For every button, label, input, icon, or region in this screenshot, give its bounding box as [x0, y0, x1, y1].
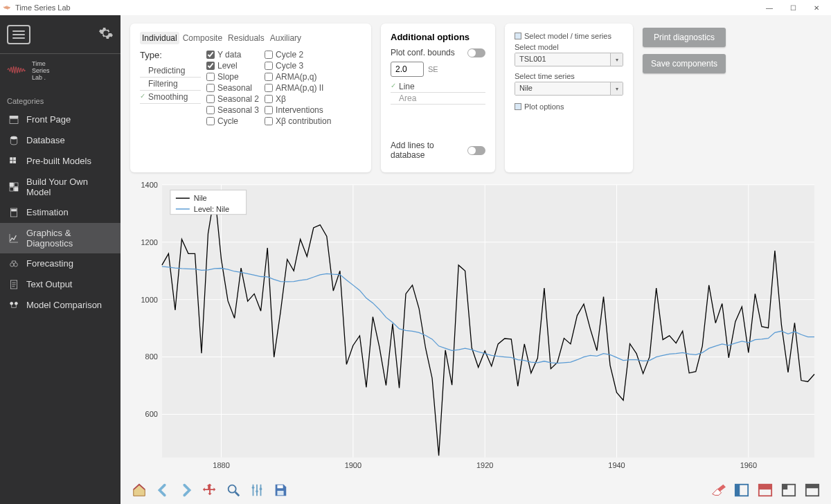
svg-rect-0 — [10, 116, 18, 118]
nav-list: Front PageDatabasePre-built ModelsBuild … — [0, 109, 120, 316]
svg-text:600: 600 — [145, 411, 158, 419]
home-icon[interactable] — [130, 481, 148, 499]
select-title-check[interactable]: Select model / time series — [515, 32, 623, 40]
check-arma-p-q-[interactable]: ARMA(p,q) — [265, 72, 331, 82]
svg-rect-12 — [12, 209, 17, 211]
sidebar: Time Series Lab . Categories Front PageD… — [0, 15, 120, 504]
blocks-icon — [8, 181, 19, 192]
chevron-down-icon: ▾ — [610, 82, 623, 95]
calc-icon — [8, 207, 19, 218]
maximize-button[interactable]: ☐ — [781, 4, 805, 12]
nav-estimation[interactable]: Estimation — [0, 202, 120, 223]
svg-rect-6 — [13, 161, 15, 163]
app-title: Time Series Lab — [15, 3, 71, 12]
type-filtering[interactable]: Filtering — [140, 78, 201, 91]
binoc-icon — [8, 258, 19, 269]
svg-rect-7 — [10, 183, 13, 186]
nav-graphics-diagnostics[interactable]: Graphics & Diagnostics — [0, 223, 120, 253]
check-cycle[interactable]: Cycle — [206, 116, 259, 126]
close-button[interactable]: ✕ — [805, 4, 828, 12]
linetype-area[interactable]: Area — [391, 93, 485, 105]
svg-rect-57 — [806, 485, 819, 489]
minimize-button[interactable]: — — [758, 4, 781, 12]
svg-point-46 — [256, 490, 258, 493]
chart-icon — [8, 233, 19, 244]
zoom-icon[interactable] — [224, 481, 242, 499]
add-lines-toggle[interactable] — [467, 146, 485, 155]
print-diagnostics-button[interactable]: Print diagnostics — [643, 28, 726, 47]
tab-residuals[interactable]: Residuals — [226, 32, 267, 44]
nav-model-comparison[interactable]: Model Comparison — [0, 295, 120, 316]
tab-individual[interactable]: Individual — [140, 32, 179, 44]
check-slope[interactable]: Slope — [206, 72, 259, 82]
add-lines-label: Add lines to database — [391, 141, 463, 160]
nav-pre-built-models[interactable]: Pre-built Models — [0, 151, 120, 172]
select-model-dropdown[interactable]: TSL001 ▾ — [515, 53, 623, 66]
svg-point-14 — [14, 262, 17, 266]
forward-arrow-icon[interactable] — [177, 481, 195, 499]
eraser-icon[interactable] — [709, 481, 727, 499]
svg-rect-4 — [13, 157, 15, 159]
subplot4-icon[interactable] — [803, 481, 821, 499]
svg-rect-53 — [759, 485, 771, 489]
configure-icon[interactable] — [248, 481, 266, 499]
subplot1-icon[interactable] — [733, 481, 751, 499]
save-icon[interactable] — [271, 481, 289, 499]
back-arrow-icon[interactable] — [154, 481, 172, 499]
conf-bounds-label: Plot conf. bounds — [391, 48, 455, 57]
settings-button[interactable] — [98, 26, 114, 44]
tab-auxiliary[interactable]: Auxiliary — [268, 32, 303, 44]
brand-wave-icon — [7, 62, 26, 81]
svg-point-17 — [15, 302, 17, 305]
layout-icon — [8, 114, 19, 125]
conf-bounds-toggle[interactable] — [467, 48, 485, 57]
check-cycle-2[interactable]: Cycle 2 — [265, 50, 331, 60]
check-seasonal-2[interactable]: Seasonal 2 — [206, 94, 259, 104]
check-seasonal-3[interactable]: Seasonal 3 — [206, 105, 259, 115]
svg-point-13 — [10, 262, 14, 266]
additional-options-panel: Additional options Plot conf. bounds SE … — [381, 24, 495, 172]
se-label: SE — [428, 65, 438, 73]
hamburger-button[interactable] — [7, 25, 30, 44]
svg-text:1880: 1880 — [213, 461, 229, 469]
check-y-data[interactable]: Y data — [206, 50, 259, 60]
check-cycle-3[interactable]: Cycle 3 — [265, 61, 331, 71]
svg-rect-55 — [783, 485, 787, 489]
type-smoothing[interactable]: Smoothing — [140, 91, 201, 104]
type-predicting[interactable]: Predicting — [140, 64, 201, 78]
titlebar: Time Series Lab — ☐ ✕ — [0, 0, 831, 15]
subplot2-icon[interactable] — [756, 481, 774, 499]
svg-text:Level: Nile: Level: Nile — [194, 205, 229, 213]
subplot3-icon[interactable] — [780, 481, 798, 499]
check-interventions[interactable]: Interventions — [265, 105, 331, 115]
database-icon — [8, 135, 19, 146]
nav-text-output[interactable]: Text Output — [0, 274, 120, 295]
svg-text:1920: 1920 — [476, 461, 493, 469]
brand-area: Time Series Lab . — [0, 54, 120, 91]
pan-icon[interactable] — [201, 481, 219, 499]
nav-build-your-own-model[interactable]: Build Your Own Model — [0, 172, 120, 202]
svg-text:1940: 1940 — [608, 461, 625, 469]
svg-point-45 — [252, 487, 255, 489]
check-level[interactable]: Level — [206, 61, 259, 71]
check-x-contribution[interactable]: Xβ contribution — [265, 116, 331, 126]
check-seasonal[interactable]: Seasonal — [206, 83, 259, 93]
select-series-label: Select time series — [515, 72, 623, 80]
save-components-button[interactable]: Save components — [643, 54, 726, 73]
additional-title: Additional options — [391, 32, 485, 42]
nav-front-page[interactable]: Front Page — [0, 109, 120, 130]
check-x-[interactable]: Xβ — [265, 94, 331, 104]
tab-composite[interactable]: Composite — [181, 32, 224, 44]
svg-rect-5 — [10, 161, 12, 163]
nav-database[interactable]: Database — [0, 130, 120, 151]
nav-forecasting[interactable]: Forecasting — [0, 253, 120, 274]
linetype-line[interactable]: Line — [391, 81, 485, 93]
svg-rect-8 — [15, 183, 18, 186]
select-series-dropdown[interactable]: Nile ▾ — [515, 82, 623, 96]
plot-options-check[interactable]: Plot options — [515, 102, 623, 111]
conf-value-input[interactable] — [391, 62, 424, 77]
doc-icon — [8, 279, 19, 290]
svg-text:1900: 1900 — [345, 461, 361, 469]
check-arma-p-q-ii[interactable]: ARMA(p,q) II — [265, 83, 331, 93]
svg-rect-48 — [277, 485, 283, 489]
